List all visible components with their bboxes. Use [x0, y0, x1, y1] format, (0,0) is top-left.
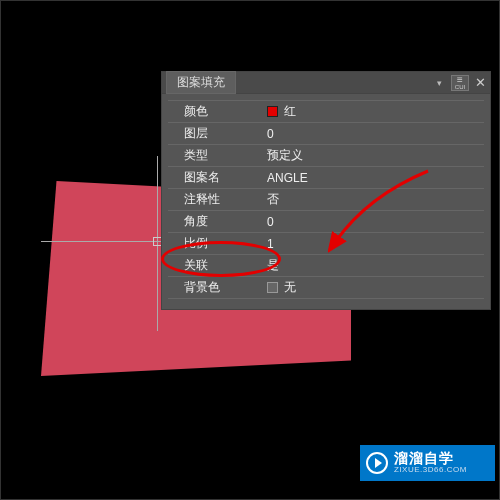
property-list: 颜色 红 图层 0 类型 预定义 图案名 ANGLE	[168, 100, 484, 299]
close-icon[interactable]: ✕	[475, 75, 486, 90]
watermark-title: 溜溜自学	[394, 451, 467, 466]
property-row-bgcolor[interactable]: 背景色 无	[168, 277, 484, 299]
property-label: 类型	[168, 147, 263, 164]
property-row-type[interactable]: 类型 预定义	[168, 145, 484, 167]
property-value: 无	[263, 279, 484, 296]
hatch-properties-panel: 图案填充 ▾ CUI ✕ 颜色 红 图层 0 类型	[161, 71, 491, 310]
panel-body: 颜色 红 图层 0 类型 预定义 图案名 ANGLE	[162, 94, 490, 309]
property-value: 1	[263, 237, 484, 251]
property-row-angle[interactable]: 角度 0	[168, 211, 484, 233]
checkbox-icon	[267, 282, 278, 293]
cui-icon[interactable]: CUI	[451, 75, 469, 91]
property-row-associative[interactable]: 关联 是	[168, 255, 484, 277]
watermark-url: ZIXUE.3D66.COM	[394, 466, 467, 475]
panel-header[interactable]: 图案填充 ▾ CUI ✕	[162, 72, 490, 94]
property-label: 注释性	[168, 191, 263, 208]
panel-dropdown-icon[interactable]: ▾	[433, 77, 445, 89]
property-row-scale[interactable]: 比例 1	[168, 233, 484, 255]
panel-title: 图案填充	[166, 71, 236, 94]
property-label: 图层	[168, 125, 263, 142]
property-row-color[interactable]: 颜色 红	[168, 101, 484, 123]
property-label: 颜色	[168, 103, 263, 120]
property-value: 0	[263, 127, 484, 141]
property-label: 角度	[168, 213, 263, 230]
property-row-pattern[interactable]: 图案名 ANGLE	[168, 167, 484, 189]
property-value: 否	[263, 191, 484, 208]
property-label: 图案名	[168, 169, 263, 186]
property-value: 0	[263, 215, 484, 229]
property-label: 比例	[168, 235, 263, 252]
property-value: ANGLE	[263, 171, 484, 185]
property-row-annotative[interactable]: 注释性 否	[168, 189, 484, 211]
property-value: 红	[263, 103, 484, 120]
play-icon	[366, 452, 388, 474]
property-label: 背景色	[168, 279, 263, 296]
property-label: 关联	[168, 257, 263, 274]
property-row-layer[interactable]: 图层 0	[168, 123, 484, 145]
property-value: 预定义	[263, 147, 484, 164]
property-value: 是	[263, 257, 484, 274]
color-swatch-icon	[267, 106, 278, 117]
watermark: 溜溜自学 ZIXUE.3D66.COM	[360, 445, 495, 481]
